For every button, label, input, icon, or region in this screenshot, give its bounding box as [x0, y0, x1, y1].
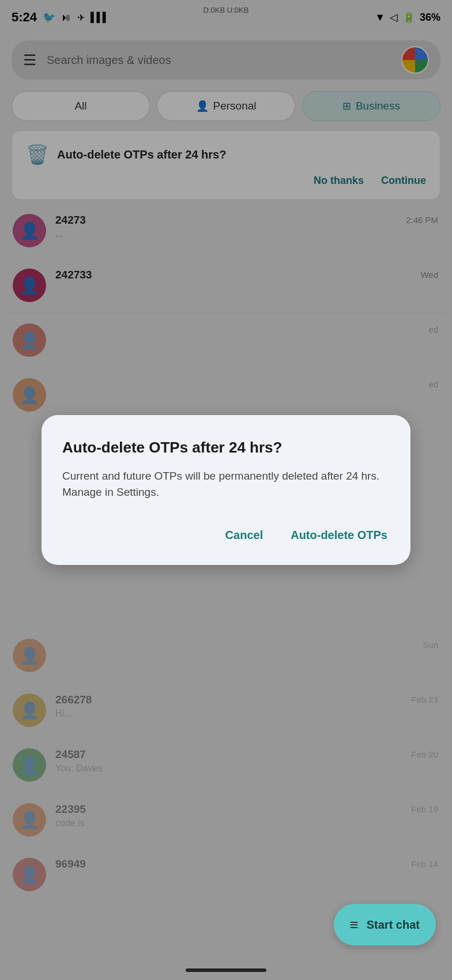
start-chat-fab[interactable]: ≡ Start chat: [334, 904, 436, 945]
dialog-confirm-button[interactable]: Auto-delete OTPs: [288, 524, 390, 546]
dialog-actions: Cancel Auto-delete OTPs: [62, 524, 390, 546]
dialog-body: Current and future OTPs will be permanen…: [62, 468, 390, 501]
dialog-cancel-button[interactable]: Cancel: [223, 524, 266, 546]
dialog-title: Auto-delete OTPs after 24 hrs?: [62, 438, 390, 458]
dialog-overlay: Auto-delete OTPs after 24 hrs? Current a…: [0, 0, 452, 980]
start-chat-label: Start chat: [367, 918, 420, 932]
start-chat-icon: ≡: [350, 916, 359, 934]
otp-dialog: Auto-delete OTPs after 24 hrs? Current a…: [42, 415, 410, 565]
